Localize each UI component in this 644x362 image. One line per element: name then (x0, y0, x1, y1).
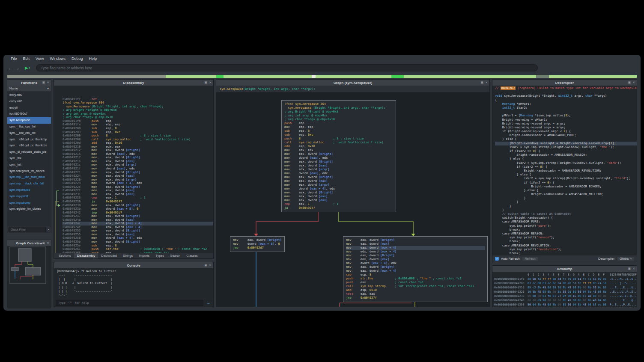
menu-item-debug[interactable]: Debug (69, 56, 86, 62)
decompiler-line[interactable]: Bright->ambassador = AMBASSADOR_REASON; (495, 153, 637, 157)
disassembly-line[interactable]: 0x08049224 mov eax, dword [eax] (63, 174, 213, 178)
nav-segment[interactable] (312, 75, 316, 78)
function-list-item[interactable]: sym.imp.malloc (7, 187, 51, 193)
disassembly-line[interactable]: 0x08049206 push 8 ; 8 ; size_t size (63, 134, 213, 138)
disassembly-line[interactable]: 0x0804925e sub esp, 8 (63, 244, 213, 248)
menu-item-edit[interactable]: Edit (20, 56, 33, 62)
function-list-item[interactable]: sym.imp.__stack_chk_fail (7, 181, 51, 187)
disassembly-line[interactable]: 0x08049261 push str.the ; 0x804a008 ; "t… (63, 247, 213, 251)
menu-item-view[interactable]: View (33, 56, 47, 62)
functions-sort-combobox[interactable]: Name ▾ (7, 86, 51, 92)
refresh-button[interactable]: Refresh (522, 256, 539, 261)
navigation-bar[interactable] (7, 75, 637, 78)
decompiler-line[interactable]: Morning *pMVar1; (495, 102, 637, 106)
nav-segment[interactable] (536, 75, 549, 78)
dock-icon[interactable]: ▣ (628, 267, 631, 270)
disassembly-line[interactable]: 0x0804924a mov eax, dword [eax] (63, 218, 213, 222)
decompiler-line[interactable]: (Bright->window).sunlight = Bright->morn… (495, 142, 637, 145)
function-list-item[interactable]: sym._fini (7, 155, 51, 162)
disassembly-line[interactable]: 0x08049255 mov eax, dword [eax] (63, 233, 213, 237)
tab-sections[interactable]: Sections (56, 253, 74, 258)
hexdump-row[interactable]: 0x000000000804920083 ec 08 83 ec 0c 6a 0… (494, 281, 635, 285)
function-list-item[interactable]: sym.imp.strcmp (7, 200, 51, 206)
disassembly-line[interactable]: 0x08049221 mov eax, dword [Bright] (63, 171, 213, 175)
forward-icon[interactable]: → (14, 65, 21, 71)
function-list-item[interactable]: sym.deregister_tm_clones (7, 168, 51, 175)
disassembly-line[interactable]: 0x08049238 mov eax, dword [Bright] (63, 204, 213, 208)
disassembly-line[interactable]: 0x08049229 mov dword [eax + 4], edx (63, 181, 213, 185)
decompiler-line[interactable]: sym.imp.printf("reason"); (495, 236, 637, 240)
function-list-item[interactable]: sym.__libc_csu_init (7, 130, 51, 136)
disassembly-line[interactable]: 0x08049231 mov eax, dword [eax] (63, 193, 213, 196)
decompiler-line[interactable]: break; (495, 228, 637, 232)
function-list-item[interactable]: sym._init (7, 162, 51, 168)
nav-segment[interactable] (166, 75, 216, 78)
disassembly-line[interactable]: 0x0804922c mov eax, dword [Bright] (63, 185, 213, 189)
decompiler-line[interactable]: sym.imp.printf("pure"); (495, 224, 637, 228)
function-list-item[interactable]: entry.fini0 (7, 92, 51, 98)
disassembly-line[interactable]: 0x08049242 jmp 0x80492d7 (63, 211, 213, 215)
decompiler-line[interactable]: pMVar1 = (Morning *)sym.imp.malloc(8); (495, 114, 637, 118)
decompiler-line[interactable]: if (iVar2 == 0) { (495, 149, 637, 153)
menu-item-help[interactable]: Help (86, 56, 100, 62)
disassembly-line[interactable]: 0x08049226 mov edx, dword [argv] (63, 178, 213, 182)
tab-search[interactable]: Search (167, 253, 183, 258)
disassembly-line[interactable]: 0x0804925b mov eax, dword [Bright] (63, 240, 213, 244)
disassembly-line[interactable]: 0x0804921f mov dword [eax], edx (63, 167, 213, 171)
tab-types[interactable]: Types (152, 253, 167, 258)
decompiler-line[interactable]: Bright->morning = pMVar1; (495, 118, 637, 122)
decompiler-line[interactable]: iVar2 = sym.imp.strcmp((Bright->window).… (495, 177, 637, 181)
decompiler-line[interactable]: // switch table (5 cases) at 0x804a044 (495, 212, 637, 216)
disassembly-line[interactable]: 0x08049236 ja 0x8049247 (63, 200, 213, 204)
close-icon[interactable]: ✕ (47, 81, 49, 84)
function-list-item[interactable]: sym.__x86.get_pc_thunk.bx (7, 142, 51, 149)
disassembly-line[interactable]: 0x08049217 mov eax, dword [Bright] (63, 156, 213, 160)
console-send-icon[interactable]: → (205, 301, 212, 305)
disassembly-line[interactable]: ; arg int argc @ ebp+0xc (63, 112, 213, 116)
decompiler-line[interactable]: case AMBASSADOR_REVOLUTION: (495, 244, 637, 248)
disassembly-line[interactable]: 0x080491fd push ebp (63, 119, 213, 123)
dock-icon[interactable]: ▣ (42, 81, 45, 84)
dock-icon[interactable]: ▣ (628, 81, 631, 84)
dock-icon[interactable]: ▣ (205, 81, 208, 84)
function-list-item[interactable]: entry0 (7, 105, 51, 111)
function-list-item[interactable]: sym.Aeropause (7, 117, 51, 124)
close-icon[interactable]: ✕ (47, 241, 49, 245)
disassembly-line[interactable]: 0x0804921c mov edx, dword [argc] (63, 163, 213, 167)
decompiler-line[interactable]: if (iVar2 == 0) { (495, 181, 637, 185)
hexdump-row[interactable]: 0x00000000080491f0e8 6b fa ff ff 8b 4d f… (494, 277, 635, 281)
decompiler-line[interactable]: break; (495, 252, 637, 255)
disassembly-line[interactable]: 0x08049266 push eax ; const char *s1 (63, 251, 213, 253)
nav-segment[interactable] (549, 75, 637, 78)
search-input[interactable] (36, 64, 538, 71)
dock-icon[interactable]: ▣ (42, 241, 45, 245)
function-list-item[interactable]: fcn.080490c7 (7, 111, 51, 117)
disassembly-line[interactable]: 0x0804924f mov edx, dword [eax + 4] (63, 226, 213, 229)
hexdump-row[interactable]: 0x000000000804925050 04 8b 45 08 8b 00 8… (494, 303, 635, 307)
graph-node-false-branch[interactable]: mov eax, dword [Bright]mov dword [eax + … (230, 236, 285, 252)
nav-segment[interactable] (316, 75, 391, 78)
disassembly-line[interactable]: 0x08049247 mov eax, dword [Bright] (63, 214, 213, 218)
decompiler-select[interactable]: Ghidra ▾ (617, 256, 634, 261)
function-list-item[interactable]: sym.imp.printf (7, 193, 51, 200)
decompiler-line[interactable]: switch(Bright->ambassador) { (495, 216, 637, 220)
decompiler-line[interactable]: } (495, 196, 637, 200)
menu-item-file[interactable]: File (8, 56, 20, 62)
hexdump-row[interactable]: 0x000000000804921089 c2 8b 45 08 89 10 8… (494, 285, 635, 290)
quick-filter-input[interactable] (9, 227, 46, 232)
function-list-item[interactable]: sym.__libc_csu_fini (7, 124, 51, 130)
disassembly-line[interactable]: 0x0804921a mov eax, dword [eax] (63, 160, 213, 163)
disassembly-line[interactable]: 0x08049210 mov edx, eax (63, 145, 213, 149)
hexdump-row[interactable]: 0x000000000804923000 8b 00 83 f8 01 77 0… (494, 294, 635, 298)
disassembly-line[interactable]: 0x080491fe mov ebp, esp (63, 123, 213, 127)
disassembly-line[interactable]: 0x0804922f mov eax, dword [eax] (63, 189, 213, 193)
function-list-item[interactable]: sym._dl_relocate_static_pie (7, 149, 51, 155)
disassembly-line[interactable]: 0x08049215 mov dword [eax], edx (63, 152, 213, 156)
disassembly-line[interactable]: 0x0804924c mov eax, dword [eax + 4] (63, 222, 213, 226)
decompiler-line[interactable]: void sym.Aeropause(Bright *Bright, uint3… (495, 94, 637, 98)
function-list-item[interactable]: sym.imp.__libc_start_main (7, 174, 51, 181)
decompiler-line[interactable]: { (495, 98, 637, 102)
tab-imports[interactable]: Imports (136, 253, 152, 258)
close-icon[interactable]: ✕ (209, 264, 212, 267)
disassembly-line[interactable]: 0x080491fc ret (63, 98, 213, 101)
